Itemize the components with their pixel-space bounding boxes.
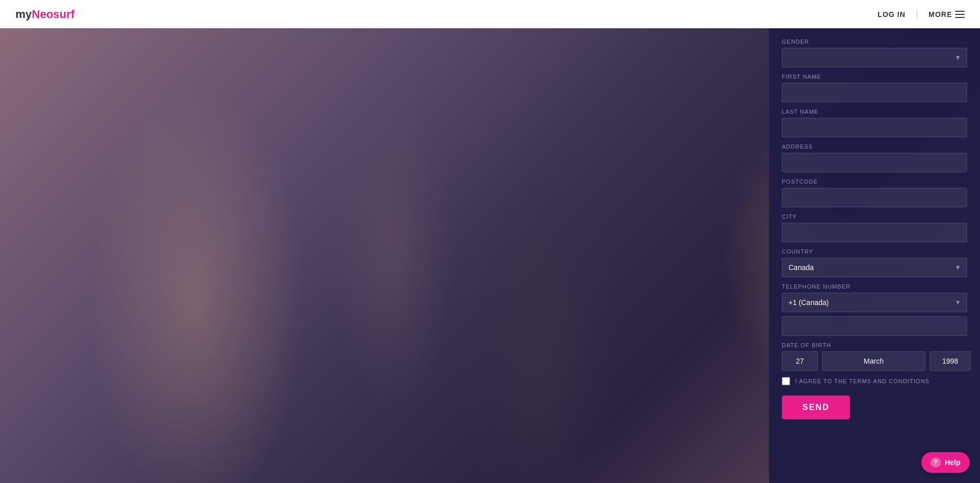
city-input[interactable] [782,223,967,242]
first-name-label: FIRST NAME [782,74,967,80]
logo: myNeosurf [15,8,75,21]
registration-form: GENDER Male Female Other ▼ FIRST NAME LA… [769,28,980,483]
gender-label: GENDER [782,39,967,45]
first-name-field-group: FIRST NAME [782,74,967,102]
address-label: ADDRESS [782,144,967,150]
country-select[interactable]: Canada United States United Kingdom Aust… [782,258,967,277]
telephone-field-group: TELEPHONE NUMBER +1 (Canada) +1 (USA) +4… [782,283,967,336]
dob-month-input[interactable] [822,351,925,371]
dob-label: DATE OF BIRTH [782,342,967,348]
header: myNeosurf LOG IN | MORE [0,0,980,28]
date-of-birth-group: DATE OF BIRTH [782,342,967,371]
telephone-code-select-wrapper: +1 (Canada) +1 (USA) +44 (UK) +61 (Austr… [782,293,967,312]
gender-field-group: GENDER Male Female Other ▼ [782,39,967,67]
telephone-code-select[interactable]: +1 (Canada) +1 (USA) +44 (UK) +61 (Austr… [782,293,967,312]
address-input[interactable] [782,153,967,172]
postcode-label: POSTCODE [782,178,967,185]
city-field-group: CITY [782,213,967,242]
dob-year-input[interactable] [930,351,971,371]
telephone-label: TELEPHONE NUMBER [782,283,967,290]
last-name-input[interactable] [782,118,967,137]
telephone-number-input[interactable] [782,316,967,336]
gender-select[interactable]: Male Female Other [782,48,967,67]
postcode-field-group: POSTCODE [782,178,967,207]
dob-day-input[interactable] [782,351,818,371]
more-button[interactable]: MORE [929,10,965,19]
help-button[interactable]: ? Help [921,452,970,473]
more-label: MORE [929,10,952,19]
hamburger-icon [955,11,965,18]
terms-row: I AGREE TO THE TERMS AND CONDITIONS [782,377,967,385]
first-name-input[interactable] [782,83,967,102]
help-label: Help [945,458,960,467]
header-divider: | [916,9,918,20]
logo-neo: Neosurf [32,8,75,21]
country-select-wrapper: Canada United States United Kingdom Aust… [782,258,967,277]
last-name-field-group: LAST NAME [782,109,967,137]
help-icon: ? [931,457,941,468]
phone-number-input-wrapper [782,316,967,336]
country-field-group: COUNTRY Canada United States United King… [782,248,967,277]
header-right: LOG IN | MORE [878,9,965,20]
gender-select-wrapper: Male Female Other ▼ [782,48,967,67]
country-label: COUNTRY [782,248,967,255]
logo-my: my [15,8,32,21]
login-button[interactable]: LOG IN [878,10,905,19]
address-field-group: ADDRESS [782,144,967,172]
send-button[interactable]: SEND [782,396,850,419]
dob-row [782,351,967,371]
postcode-input[interactable] [782,188,967,207]
terms-checkbox[interactable] [782,377,790,385]
last-name-label: LAST NAME [782,109,967,115]
terms-label[interactable]: I AGREE TO THE TERMS AND CONDITIONS [795,378,930,384]
city-label: CITY [782,213,967,220]
